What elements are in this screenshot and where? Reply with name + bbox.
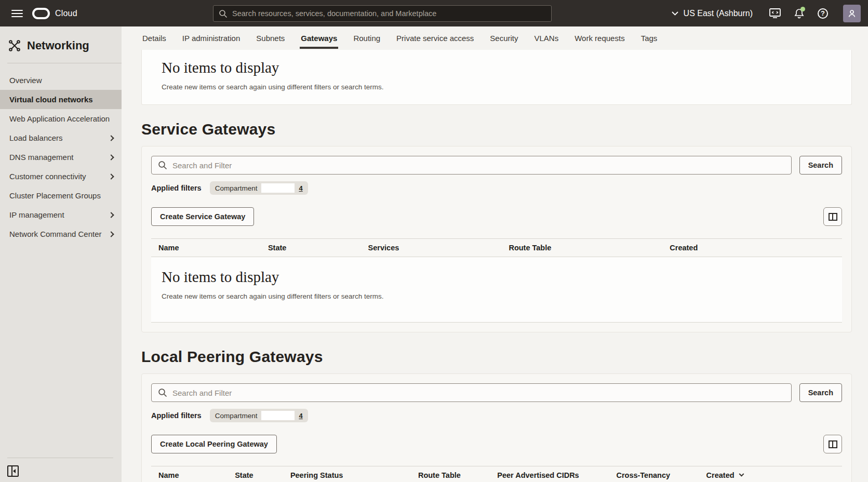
tab-subnets[interactable]: Subnets xyxy=(255,28,286,49)
tabbar: Details IP administration Subnets Gatewa… xyxy=(122,26,868,50)
filter-chip-link[interactable]: 4 xyxy=(299,412,302,420)
empty-state-subtitle: Create new items or search again using d… xyxy=(162,83,832,91)
tab-ip-administration[interactable]: IP administration xyxy=(181,28,241,49)
sidebar-item-label: Virtual cloud networks xyxy=(9,95,93,104)
applied-filters-label: Applied filters xyxy=(151,184,202,192)
help-icon[interactable]: ? xyxy=(817,8,829,19)
main-content: Details IP administration Subnets Gatewa… xyxy=(122,26,868,482)
empty-state-panel: No items to display Create new items or … xyxy=(141,50,852,105)
chevron-right-icon xyxy=(108,231,114,237)
sidebar-item-label: IP management xyxy=(9,210,64,219)
chevron-down-icon xyxy=(672,11,678,16)
topbar: Cloud US East (Ashburn) ? xyxy=(0,0,868,26)
local-peering-gateways-search[interactable] xyxy=(151,383,792,402)
empty-state-subtitle: Create new items or search again using d… xyxy=(162,292,832,300)
chevron-right-icon xyxy=(108,173,114,179)
filter-chip-label: Compartment xyxy=(215,412,258,420)
brand[interactable]: Cloud xyxy=(32,8,77,19)
tab-routing[interactable]: Routing xyxy=(352,28,381,49)
sidebar-item-label: DNS management xyxy=(9,153,73,162)
column-header-label: Created xyxy=(706,471,735,479)
tab-vlans[interactable]: VLANs xyxy=(533,28,560,49)
tab-work-requests[interactable]: Work requests xyxy=(573,28,625,49)
sidebar-item-cluster-placement-groups[interactable]: Cluster Placement Groups xyxy=(0,186,122,205)
sidebar-item-customer-connectivity[interactable]: Customer connectivity xyxy=(0,167,122,186)
sidebar-item-label: Overview xyxy=(9,76,42,85)
column-header-state[interactable]: State xyxy=(268,244,368,252)
service-gateways-search[interactable] xyxy=(151,156,792,175)
local-peering-gateways-table-header: Name State Peering Status Route Table Pe… xyxy=(151,466,842,482)
sidebar-item-dns-management[interactable]: DNS management xyxy=(0,148,122,167)
service-gateways-table-header: Name State Services Route Table Created xyxy=(151,238,842,257)
tab-gateways[interactable]: Gateways xyxy=(300,28,338,49)
empty-state-title: No items to display xyxy=(162,59,832,76)
column-header-name[interactable]: Name xyxy=(158,471,235,479)
column-header-created[interactable]: Created xyxy=(706,471,835,479)
local-peering-gateways-section: Search Applied filters Compartment 4 Cre… xyxy=(141,373,852,482)
divider xyxy=(7,458,113,458)
service-gateways-section: Search Applied filters Compartment 4 Cre… xyxy=(141,146,852,332)
column-header-services[interactable]: Services xyxy=(368,244,509,252)
search-icon xyxy=(219,9,228,18)
hamburger-menu-icon[interactable] xyxy=(11,10,23,17)
sidebar-item-label: Network Command Center xyxy=(9,230,102,238)
sidebar-item-overview[interactable]: Overview xyxy=(0,71,122,90)
column-header-name[interactable]: Name xyxy=(158,244,268,252)
tab-private-service-access[interactable]: Private service access xyxy=(395,28,475,49)
manage-columns-button[interactable] xyxy=(823,435,842,453)
sidebar: Networking Overview Virtual cloud networ… xyxy=(0,26,122,482)
service-gateways-heading: Service Gateways xyxy=(141,120,852,138)
search-icon xyxy=(158,160,167,170)
filter-chip-link[interactable]: 4 xyxy=(299,184,302,192)
column-header-cross-tenancy[interactable]: Cross-Tenancy xyxy=(616,471,706,479)
cloud-shell-icon[interactable] xyxy=(769,8,781,19)
column-header-peer-advertised-cidrs[interactable]: Peer Advertised CIDRs xyxy=(497,471,616,479)
filter-chip-label: Compartment xyxy=(215,184,258,192)
compartment-filter-chip[interactable]: Compartment 4 xyxy=(210,181,308,195)
column-header-created[interactable]: Created xyxy=(670,244,835,252)
notifications-bell-icon[interactable] xyxy=(793,8,805,19)
notification-dot xyxy=(800,7,805,11)
create-service-gateway-button[interactable]: Create Service Gateway xyxy=(151,207,254,226)
region-selector[interactable]: US East (Ashburn) xyxy=(672,9,753,18)
sidebar-item-label: Load balancers xyxy=(9,133,63,142)
sidebar-item-label: Cluster Placement Groups xyxy=(9,191,101,200)
service-gateways-empty-state: No items to display Create new items or … xyxy=(151,257,842,323)
filter-chip-value-redacted xyxy=(261,183,295,193)
filter-chip-value-redacted xyxy=(261,411,295,420)
columns-icon xyxy=(829,440,837,448)
service-gateways-search-input[interactable] xyxy=(172,161,785,170)
global-search[interactable] xyxy=(213,5,552,22)
user-avatar[interactable] xyxy=(843,5,861,22)
sidebar-title: Networking xyxy=(27,39,89,52)
sort-descending-icon[interactable] xyxy=(739,471,744,476)
collapse-sidebar-icon[interactable] xyxy=(7,465,19,477)
tab-details[interactable]: Details xyxy=(141,28,167,49)
oracle-logo-icon xyxy=(32,8,50,19)
column-header-state[interactable]: State xyxy=(235,471,290,479)
sidebar-item-ip-management[interactable]: IP management xyxy=(0,205,122,224)
local-peering-gateways-heading: Local Peering Gateways xyxy=(141,348,852,366)
sidebar-item-load-balancers[interactable]: Load balancers xyxy=(0,128,122,148)
empty-state-title: No items to display xyxy=(162,269,832,286)
create-local-peering-gateway-button[interactable]: Create Local Peering Gateway xyxy=(151,435,277,453)
column-header-peering-status[interactable]: Peering Status xyxy=(290,471,418,479)
global-search-input[interactable] xyxy=(232,9,546,18)
tab-security[interactable]: Security xyxy=(489,28,519,49)
chevron-right-icon xyxy=(108,212,114,218)
local-peering-gateways-search-input[interactable] xyxy=(172,389,785,397)
column-header-route-table[interactable]: Route Table xyxy=(509,244,670,252)
sidebar-item-network-command-center[interactable]: Network Command Center xyxy=(0,224,122,244)
chevron-right-icon xyxy=(108,154,114,160)
local-peering-gateways-search-button[interactable]: Search xyxy=(799,383,842,402)
sidebar-item-web-application-acceleration[interactable]: Web Application Acceleration xyxy=(0,109,122,128)
compartment-filter-chip[interactable]: Compartment 4 xyxy=(210,409,308,422)
sidebar-item-label: Customer connectivity xyxy=(9,172,86,181)
service-gateways-search-button[interactable]: Search xyxy=(799,156,842,175)
brand-name: Cloud xyxy=(55,9,77,18)
search-icon xyxy=(158,388,167,397)
manage-columns-button[interactable] xyxy=(823,207,842,226)
column-header-route-table[interactable]: Route Table xyxy=(418,471,497,479)
tab-tags[interactable]: Tags xyxy=(640,28,659,49)
sidebar-item-virtual-cloud-networks[interactable]: Virtual cloud networks xyxy=(0,90,122,109)
